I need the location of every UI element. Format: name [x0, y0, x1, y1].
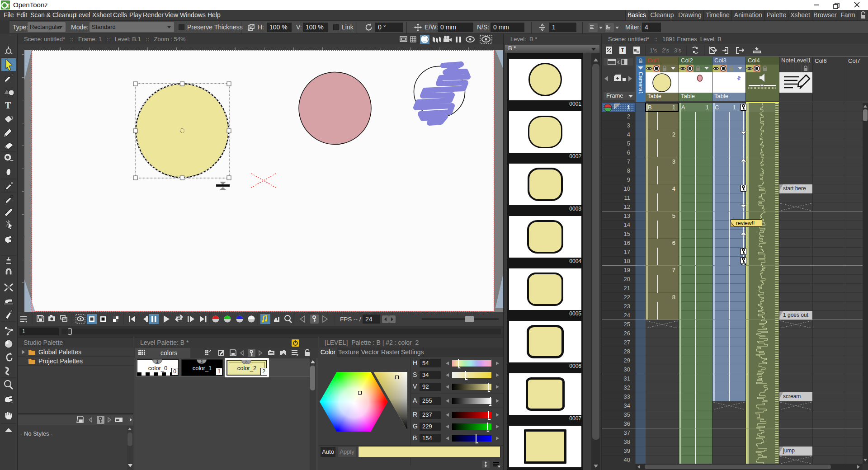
- svg-text:3's: 3's: [674, 47, 682, 54]
- svg-text:T: T: [5, 100, 11, 110]
- svg-text:1's: 1's: [650, 47, 657, 54]
- svg-text:T: T: [6, 3, 10, 9]
- svg-text:24: 24: [365, 315, 373, 323]
- svg-text:FPS -- /: FPS -- /: [340, 316, 361, 323]
- svg-text:2's: 2's: [662, 47, 670, 54]
- svg-text:T: T: [621, 47, 625, 53]
